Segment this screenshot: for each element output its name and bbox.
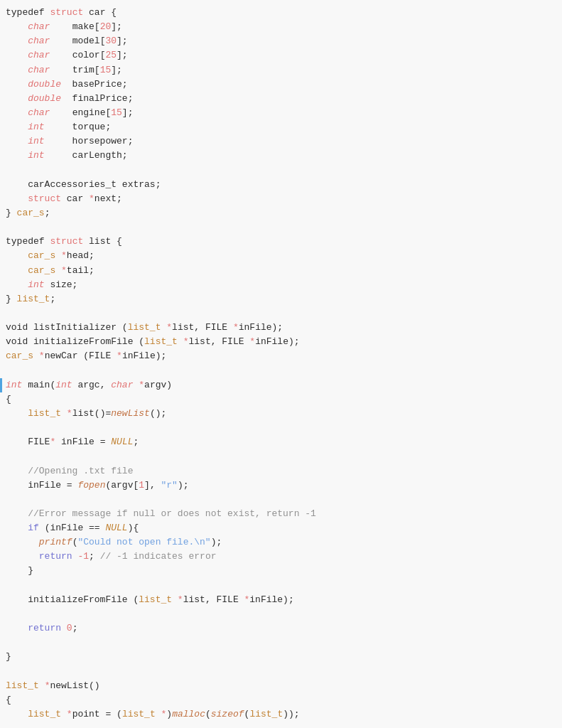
code-line-6: double basePrice; (0, 77, 562, 92)
code-line-1: typedef struct car { (0, 6, 562, 20)
code-line-51 (0, 722, 562, 728)
code-line-44: return 0; (0, 621, 562, 636)
code-line-4: char color[25]; (0, 48, 562, 63)
code-line-16 (0, 220, 562, 235)
code-line-31: FILE* inFile = NULL; (0, 435, 562, 449)
code-line-28: { (0, 392, 562, 407)
code-line-23: void listInitializer (list_t *list, FILE… (0, 321, 562, 335)
code-line-20: int size; (0, 278, 562, 292)
code-line-32 (0, 449, 562, 464)
code-line-5: char trim[15]; (0, 63, 562, 77)
code-line-18: car_s *head; (0, 249, 562, 263)
code-line-30 (0, 421, 562, 435)
code-line-27: int main(int argc, char *argv) (0, 378, 562, 392)
code-line-10: int horsepower; (0, 134, 562, 149)
code-line-46: } (0, 650, 562, 664)
code-line-3: char model[30]; (0, 34, 562, 48)
code-line-2: char make[20]; (0, 20, 562, 34)
code-line-11: int carLength; (0, 149, 562, 163)
code-line-40: } (0, 564, 562, 578)
code-line-36: //Error message if null or does not exis… (0, 507, 562, 521)
code-line-35 (0, 493, 562, 507)
code-line-15: } car_s; (0, 206, 562, 220)
code-line-21: } list_t; (0, 292, 562, 306)
code-line-8: char engine[15]; (0, 106, 562, 120)
code-line-50: list_t *point = (list_t *)malloc(sizeof(… (0, 707, 562, 722)
code-line-25: car_s *newCar (FILE *inFile); (0, 349, 562, 363)
code-line-29: list_t *list()=newList(); (0, 407, 562, 421)
code-line-24: void initializeFromFile (list_t *list, F… (0, 335, 562, 349)
code-line-49: { (0, 693, 562, 707)
code-line-38: printf("Could not open file.\n"); (0, 535, 562, 550)
code-line-17: typedef struct list { (0, 235, 562, 249)
code-line-33: //Opening .txt file (0, 464, 562, 478)
code-line-45 (0, 636, 562, 650)
code-line-7: double finalPrice; (0, 92, 562, 106)
code-line-14: struct car *next; (0, 192, 562, 206)
code-line-19: car_s *tail; (0, 264, 562, 278)
code-line-43 (0, 607, 562, 621)
code-line-37: if (inFile == NULL){ (0, 521, 562, 535)
code-line-22 (0, 306, 562, 321)
code-line-26 (0, 364, 562, 378)
code-line-48: list_t *newList() (0, 679, 562, 693)
code-line-13: carAccessories_t extras; (0, 178, 562, 192)
code-line-9: int torque; (0, 120, 562, 134)
code-line-42: initializeFromFile (list_t *list, FILE *… (0, 593, 562, 607)
code-line-12 (0, 164, 562, 178)
code-line-41 (0, 579, 562, 593)
code-line-39: return -1; // -1 indicates error (0, 550, 562, 564)
code-line-34: inFile = fopen(argv[1], "r"); (0, 478, 562, 493)
code-line-47 (0, 664, 562, 678)
code-editor: typedef struct car { char make[20]; char… (0, 0, 562, 728)
